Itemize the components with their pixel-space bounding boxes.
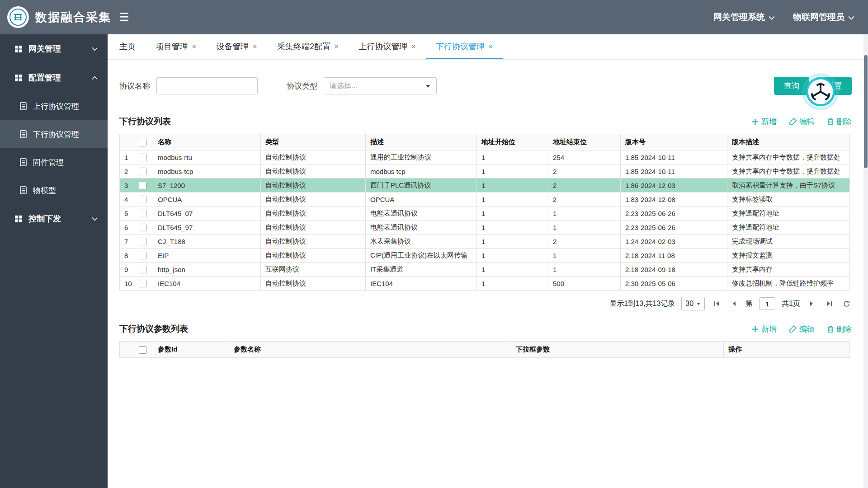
param-edit-button[interactable]: 编辑 [789,324,815,334]
grid-icon [14,45,22,53]
cell-addr_start: 1 [477,164,548,178]
user-menu[interactable]: 物联网管理员 [793,11,854,23]
cell-type: 自动控制协议 [261,249,366,263]
table-row[interactable]: 4OPCUA自动控制协议OPCUA121.83-2024-12-08支持标签读取 [120,192,850,206]
row-checkbox[interactable] [139,238,146,245]
param-table: 参数Id参数名称下拉框参数操作 [119,341,850,358]
table-row[interactable]: 8EIP自动控制协议CIP(通用工业协议)在以太网传输112.18-2024-1… [120,249,850,263]
row-checkbox[interactable] [139,196,146,203]
protocol-table: 名称类型描述地址开始位地址结束位版本号版本描述 1modbus-rtu自动控制协… [119,134,850,291]
scrollbar-thumb[interactable] [864,55,868,168]
sidebar-item-uplink[interactable]: 上行协议管理 [0,92,108,120]
sidebar-item-config[interactable]: 配置管理 [0,63,108,92]
cell-version: 2.18-2024-11-08 [621,249,727,263]
row-checkbox[interactable] [139,252,146,259]
cell-name: EIP [153,249,261,263]
grid-icon [14,74,22,82]
tab-label: 项目管理 [156,41,188,52]
row-checkbox[interactable] [139,182,146,189]
sidebar-item-firmware[interactable]: 固件管理 [0,148,108,176]
protocol-name-input[interactable] [156,77,258,94]
sidebar-item-model[interactable]: 物模型 [0,176,108,204]
app-logo [7,6,29,28]
scrollbar-track[interactable] [863,34,868,488]
table-row[interactable]: 7CJ_T188自动控制协议水表采集协议121.24-2024-02-03完成现… [120,235,850,249]
row-index: 6 [120,221,134,235]
checkbox-cell [134,277,153,291]
table-row[interactable]: 6DLT645_97自动控制协议电能表通讯协议112.23-2025-06-26… [120,221,850,235]
param-add-button[interactable]: 新增 [752,324,777,334]
document-icon [20,130,27,138]
tab-项目管理[interactable]: 项目管理 × [146,34,207,59]
delete-button[interactable]: 删除 [827,117,852,127]
cell-version: 1.85-2024-10-11 [621,150,727,164]
cell-addr_start: 1 [477,277,548,291]
edit-icon [789,325,797,333]
row-checkbox[interactable] [139,154,146,161]
search-button[interactable]: 查询 [774,77,809,95]
row-index: 4 [120,192,134,206]
table-row[interactable]: 5DLT645_07自动控制协议电能表通讯协议112.23-2025-06-26… [120,206,850,221]
close-icon[interactable]: × [192,42,197,51]
cell-type: 自动控制协议 [261,221,366,235]
cell-version_desc: 支持标签读取 [727,192,850,206]
tab-label: 主页 [119,41,136,52]
cell-addr_end: 2 [548,164,621,178]
sidebar-item-control[interactable]: 控制下发 [0,204,108,233]
cell-addr_start: 1 [477,192,548,206]
select-all-checkbox[interactable] [139,139,146,146]
cell-version_desc: 取消累积量计算支持，由于S7协议 [727,178,850,192]
row-checkbox[interactable] [139,224,146,231]
tab-下行协议管理[interactable]: 下行协议管理 × [426,34,503,59]
edit-button[interactable]: 编辑 [789,117,815,127]
param-delete-button[interactable]: 删除 [827,324,852,334]
row-checkbox[interactable] [139,266,146,273]
row-checkbox[interactable] [139,280,146,287]
tab-label: 上行协议管理 [359,41,408,52]
protocol-name-label: 协议名称 [119,81,150,91]
first-page-button[interactable] [711,298,722,309]
page-size-select[interactable]: 30 [681,297,705,310]
last-page-button[interactable] [824,298,835,309]
table-row[interactable]: 9http_json互联网协议IT采集通道112.18-2024-09-18支持… [120,263,850,277]
tab-采集终端2配置[interactable]: 采集终端2配置 × [267,34,349,59]
protocol-type-select[interactable]: 请选择... [324,77,437,94]
system-menu[interactable]: 网关管理系统 [713,11,775,23]
cell-desc: IT采集通道 [366,263,477,277]
close-icon[interactable]: × [411,42,416,51]
table-row[interactable]: 2modbus-tcp自动控制协议modbus tcp121.85-2024-1… [120,164,850,178]
sidebar-item-downlink[interactable]: 下行协议管理 [0,120,108,148]
refresh-button[interactable] [841,298,852,309]
protocol-list-title: 下行协议列表 [119,116,171,127]
cursor-halo-icon [805,76,836,108]
close-icon[interactable]: × [253,42,258,51]
table-row[interactable]: 1modbus-rtu自动控制协议通用的工业控制协议12541.85-2024-… [120,150,850,164]
cell-addr_end: 1 [548,206,621,221]
row-checkbox[interactable] [139,168,146,175]
checkbox-cell [134,192,153,206]
column-header: 下拉框参数 [511,342,724,358]
sidebar-item-gateway[interactable]: 网关管理 [0,34,108,63]
select-all-checkbox[interactable] [139,346,146,354]
cell-version_desc: 支持共享内存中专数据，提升数据处 [727,150,850,164]
app-title: 数据融合采集 [35,9,111,25]
param-table-empty-area [108,358,863,457]
prev-page-button[interactable] [728,298,739,309]
close-icon[interactable]: × [334,42,339,51]
column-header: 类型 [261,134,366,150]
add-button[interactable]: 新增 [752,117,777,127]
hamburger-menu-icon[interactable]: ☰ [119,12,129,23]
tab-上行协议管理[interactable]: 上行协议管理 × [349,34,426,59]
row-checkbox[interactable] [139,210,146,217]
close-icon[interactable]: × [488,42,493,51]
page-number-input[interactable] [759,297,775,310]
param-table-head-row: 参数Id参数名称下拉框参数操作 [120,342,850,358]
table-row[interactable]: 10IEC104自动控制协议IEC10415002.30-2025-05-06修… [120,277,850,291]
tab-主页[interactable]: 主页 [109,34,146,59]
column-header: 地址结束位 [548,134,621,150]
trash-icon [827,118,834,125]
next-page-button[interactable] [807,298,817,309]
tab-设备管理[interactable]: 设备管理 × [207,34,268,59]
table-row[interactable]: 3S7_1200自动控制协议西门子PLC通讯协议121.86-2024-12-0… [120,178,850,192]
column-header: 参数名称 [229,342,511,358]
